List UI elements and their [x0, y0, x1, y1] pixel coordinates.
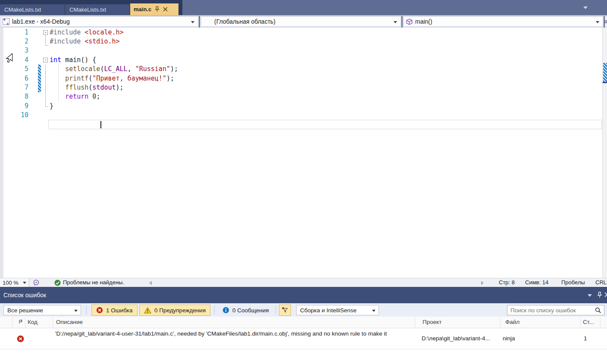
chevron-down-icon: [372, 310, 375, 312]
toolbar-separator: [199, 16, 200, 28]
source-filter-dropdown[interactable]: Сборка и IntelliSense: [296, 305, 379, 315]
column-header-file[interactable]: Файл: [505, 319, 519, 325]
column-separator: [12, 317, 13, 327]
panel-pin-icon[interactable]: [597, 292, 603, 299]
messages-filter-label: 0 Сообщения: [232, 307, 269, 314]
error-description: 'D:/лера/git_lab/variant-4-user-31/lab1/…: [55, 330, 421, 339]
zoom-level-dropdown[interactable]: 100 %: [0, 278, 29, 287]
toolbar-separator: [86, 305, 87, 315]
severity-column-icon[interactable]: [19, 320, 23, 324]
toolbar-separator: [275, 305, 276, 315]
code-line-8[interactable]: return 0;: [50, 92, 100, 102]
scope-filter-value: Все решение: [7, 307, 43, 314]
code-token: #include: [50, 37, 84, 45]
error-table-header: Код Описание Проект Файл Ст...: [0, 317, 607, 328]
no-problems-check-icon: [54, 280, 61, 286]
column-header-project[interactable]: Проект: [422, 319, 441, 325]
line-number: 3: [0, 46, 28, 56]
code-token: main() {: [61, 56, 96, 64]
code-token: [50, 65, 65, 73]
filter-button[interactable]: [279, 305, 291, 316]
panel-menu-chevron-icon[interactable]: [588, 294, 592, 297]
code-line-7[interactable]: fflush(stdout);: [50, 83, 124, 93]
hscroll-right-arrow-icon[interactable]: [481, 281, 484, 285]
code-line-2[interactable]: #include <stdio.h>: [50, 37, 120, 47]
chevron-down-icon: [74, 310, 78, 312]
vertical-scrollbar[interactable]: [602, 28, 607, 278]
code-line-1[interactable]: #include <locale.h>: [50, 28, 124, 37]
toolbar-separator: [214, 305, 215, 315]
error-row[interactable]: 'D:/лера/git_lab/variant-4-user-31/lab1/…: [0, 328, 607, 349]
messages-filter-button[interactable]: 0 Сообщения: [218, 305, 273, 316]
column-separator: [600, 317, 601, 327]
feedback-icon[interactable]: [33, 279, 40, 286]
chevron-down-icon: [394, 21, 397, 23]
fold-guide-line: [45, 35, 46, 45]
document-tab-bar: CMakeLists.txtCMakeLists.txtmain.c: [0, 0, 607, 16]
code-token: [50, 75, 65, 82]
tab-label: main.c: [134, 6, 151, 12]
code-token: (: [88, 75, 92, 82]
code-token: "Russian": [135, 65, 170, 73]
change-tracking-mark: [38, 74, 41, 83]
column-header-code[interactable]: Код: [28, 319, 38, 325]
code-token: ;: [96, 93, 100, 100]
code-token: stdout: [92, 84, 116, 91]
warning-icon: [144, 307, 151, 314]
hscroll-left-arrow-icon[interactable]: [149, 281, 152, 285]
filter-funnel-icon: [282, 307, 288, 314]
code-token: (: [88, 84, 92, 91]
symbol-dropdown[interactable]: main(): [404, 16, 603, 27]
error-search-input[interactable]: [507, 307, 595, 314]
scope-filter-dropdown[interactable]: Все решение: [3, 305, 81, 315]
code-token: <stdio.h>: [84, 37, 119, 45]
code-editor[interactable]: 1-#include <locale.h>2#include <stdio.h>…: [0, 28, 607, 278]
document-tabs: CMakeLists.txtCMakeLists.txtmain.c: [0, 0, 178, 15]
column-separator: [500, 317, 501, 327]
column-header-description[interactable]: Описание: [56, 319, 83, 325]
tab-CMakeLists.txt-0[interactable]: CMakeLists.txt: [0, 4, 65, 15]
search-icon[interactable]: [595, 307, 601, 314]
code-line-5[interactable]: setlocale(LC_ALL, "Russian");: [50, 65, 178, 74]
code-line-4[interactable]: int main() {: [50, 56, 96, 65]
fold-guide-corner: [45, 106, 48, 107]
column-header-line[interactable]: Ст...: [583, 319, 594, 325]
line-number: 4: [0, 56, 28, 65]
toolbar-options-icon[interactable]: ≡: [604, 18, 607, 25]
scrollbar-change-mark: [603, 63, 607, 82]
line-number: 7: [0, 83, 28, 93]
change-tracking-mark: [38, 65, 41, 74]
fold-collapse-icon[interactable]: -: [43, 58, 48, 62]
tab-main.c-2[interactable]: main.c: [130, 3, 178, 15]
code-token: int: [50, 56, 61, 64]
error-icon: [96, 307, 103, 314]
startup-target-dropdown[interactable]: ++ lab1.exe - x64-Debug: [1, 16, 198, 27]
error-search-box[interactable]: [507, 305, 604, 315]
close-icon[interactable]: [163, 7, 168, 12]
scrollbar-caret-mark: [603, 82, 607, 83]
pin-icon[interactable]: [154, 6, 160, 12]
status-line-ending-indicator[interactable]: CRLF: [595, 279, 607, 286]
scope-label: (Глобальная область): [214, 18, 275, 25]
status-spaces-indicator[interactable]: Пробелы: [561, 279, 585, 286]
error-project: D:\лера\git_lab\variant-4...: [422, 335, 490, 342]
code-token: setlocale: [65, 65, 100, 73]
code-token: <locale.h>: [84, 28, 123, 36]
errors-filter-button[interactable]: 1 Ошибка: [91, 305, 138, 316]
tab-CMakeLists.txt-1[interactable]: CMakeLists.txt: [65, 4, 130, 15]
tab-overflow-chevron-icon[interactable]: [583, 6, 588, 9]
method-cube-icon: [406, 19, 413, 25]
scope-dropdown[interactable]: (Глобальная область): [201, 16, 401, 27]
code-line-6[interactable]: printf("Привет, бауманец!");: [50, 74, 174, 84]
source-filter-value: Сборка и IntelliSense: [300, 307, 357, 314]
fold-collapse-icon[interactable]: -: [43, 30, 48, 35]
code-token: }: [50, 102, 53, 110]
warnings-filter-button[interactable]: 0 Предупреждения: [139, 305, 210, 316]
panel-close-icon[interactable]: [604, 292, 607, 297]
code-token: [50, 84, 65, 91]
symbol-label: main(): [415, 18, 432, 25]
code-line-9[interactable]: }: [50, 102, 53, 111]
startup-target-label: lab1.exe - x64-Debug: [12, 18, 70, 25]
visual-studio-window: CMakeLists.txtCMakeLists.txtmain.c ++ la…: [0, 0, 607, 364]
error-table-rows: 'D:/лера/git_lab/variant-4-user-31/lab1/…: [0, 328, 607, 364]
